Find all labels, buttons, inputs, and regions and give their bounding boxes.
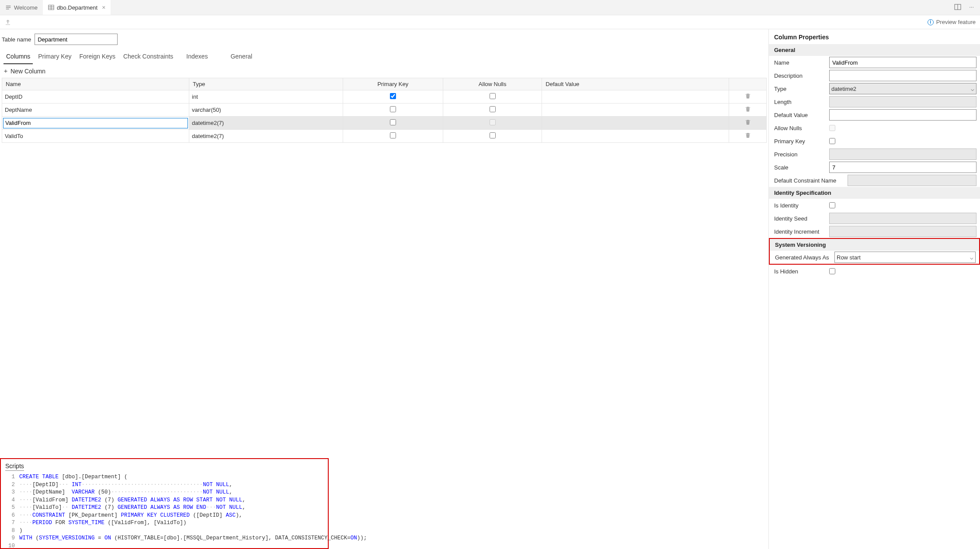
trash-icon[interactable] xyxy=(745,132,751,138)
prop-allow-nulls-checkbox xyxy=(829,125,835,131)
col-header-name[interactable]: Name xyxy=(2,78,189,90)
cell-nulls-checkbox xyxy=(490,119,496,125)
chevron-down-icon: ⌵ xyxy=(971,86,974,92)
cell-pk-checkbox[interactable] xyxy=(390,132,396,138)
cell-pk-checkbox[interactable] xyxy=(390,119,396,125)
close-icon[interactable]: × xyxy=(102,4,105,11)
prop-length-label: Length xyxy=(774,99,826,105)
cell-default[interactable] xyxy=(542,104,729,117)
prop-name-input[interactable] xyxy=(829,57,977,68)
chevron-down-icon: ⌵ xyxy=(970,254,973,261)
col-header-nulls[interactable]: Allow Nulls xyxy=(443,78,542,90)
prop-type-label: Type xyxy=(774,86,826,92)
tab-dbo-department[interactable]: dbo.Department × xyxy=(43,0,111,15)
table-name-input[interactable] xyxy=(35,34,118,45)
prop-type-select[interactable]: datetime2 ⌵ xyxy=(829,83,977,94)
prop-scale-label: Scale xyxy=(774,164,826,171)
prop-default-input[interactable] xyxy=(829,109,977,121)
trash-icon[interactable] xyxy=(745,93,751,99)
columns-grid: Name Type Primary Key Allow Nulls Defaul… xyxy=(2,78,767,143)
cell-name[interactable]: DeptID xyxy=(2,90,189,104)
designer-section-tabs: Columns Primary Key Foreign Keys Check C… xyxy=(2,50,767,64)
prop-dcn-label: Default Constraint Name xyxy=(774,177,844,184)
section-general: General xyxy=(769,44,980,56)
cell-type[interactable]: datetime2(7) xyxy=(189,130,343,143)
cell-pk-checkbox[interactable] xyxy=(390,93,396,99)
new-column-label: New Column xyxy=(10,68,45,75)
new-column-button[interactable]: ＋ New Column xyxy=(0,64,768,78)
table-row[interactable]: DeptName varchar(50) xyxy=(2,104,767,117)
col-header-type[interactable]: Type xyxy=(189,78,343,90)
cell-nulls-checkbox[interactable] xyxy=(490,106,496,112)
col-header-pk[interactable]: Primary Key xyxy=(343,78,443,90)
prop-name-label: Name xyxy=(774,59,826,66)
table-row[interactable]: datetime2(7) xyxy=(2,117,767,130)
tab-general[interactable]: General xyxy=(228,50,255,64)
prop-allow-nulls-label: Allow Nulls xyxy=(774,125,826,131)
prop-is-identity-label: Is Identity xyxy=(774,202,826,209)
prop-seed-input xyxy=(829,213,977,224)
prop-is-identity-checkbox[interactable] xyxy=(829,202,835,208)
prop-incr-label: Identity Increment xyxy=(774,228,826,235)
prop-precision-input xyxy=(829,148,977,160)
preview-feature-label: Preview feature xyxy=(936,19,976,25)
prop-desc-input[interactable] xyxy=(829,70,977,81)
trash-icon[interactable] xyxy=(745,106,751,112)
prop-default-label: Default Value xyxy=(774,112,826,118)
cell-default[interactable] xyxy=(542,130,729,143)
table-row[interactable]: ValidTo datetime2(7) xyxy=(2,130,767,143)
tab-foreign-keys[interactable]: Foreign Keys xyxy=(76,50,118,64)
prop-incr-input xyxy=(829,226,977,237)
cell-name-input[interactable] xyxy=(3,118,188,128)
cell-pk-checkbox[interactable] xyxy=(390,106,396,112)
more-actions-icon[interactable]: ··· xyxy=(967,3,976,13)
table-icon xyxy=(48,4,54,10)
tab-check-constraints[interactable]: Check Constraints xyxy=(121,50,176,64)
section-versioning: System Versioning xyxy=(770,239,979,251)
prop-scale-input[interactable] xyxy=(829,162,977,173)
prop-pk-label: Primary Key xyxy=(774,138,826,145)
cell-nulls-checkbox[interactable] xyxy=(490,93,496,99)
cell-name[interactable]: DeptName xyxy=(2,104,189,117)
cell-name[interactable]: ValidTo xyxy=(2,130,189,143)
tab-primary-key[interactable]: Primary Key xyxy=(35,50,74,64)
column-properties-panel: Column Properties General Name Descripti… xyxy=(768,29,980,549)
cell-default[interactable] xyxy=(542,90,729,104)
publish-icon[interactable] xyxy=(4,19,11,26)
prop-desc-label: Description xyxy=(774,73,826,79)
props-title: Column Properties xyxy=(769,29,980,44)
prop-hidden-label: Is Hidden xyxy=(774,268,826,275)
table-name-label: Table name xyxy=(2,36,31,43)
scripts-pane: Scripts 1CREATE TABLE [dbo].[Department]… xyxy=(0,458,329,549)
tab-welcome[interactable]: Welcome xyxy=(0,0,43,15)
plus-icon: ＋ xyxy=(3,67,9,75)
editor-tab-bar: Welcome dbo.Department × ··· xyxy=(0,0,980,15)
prop-seed-label: Identity Seed xyxy=(774,215,826,222)
scripts-title: Scripts xyxy=(5,463,24,471)
trash-icon[interactable] xyxy=(745,119,751,125)
welcome-icon xyxy=(5,4,11,10)
tab-label: Welcome xyxy=(14,4,38,11)
prop-precision-label: Precision xyxy=(774,151,826,158)
section-identity: Identity Specification xyxy=(769,187,980,199)
cell-default[interactable] xyxy=(542,117,729,130)
prop-dcn-input xyxy=(848,175,977,186)
split-editor-icon[interactable] xyxy=(952,3,963,13)
prop-generated-label: Generated Always As xyxy=(775,254,831,261)
cell-type[interactable]: varchar(50) xyxy=(189,104,343,117)
cell-type[interactable]: int xyxy=(189,90,343,104)
prop-pk-checkbox[interactable] xyxy=(829,138,835,144)
cell-nulls-checkbox[interactable] xyxy=(490,132,496,138)
scripts-code[interactable]: 1CREATE TABLE [dbo].[Department] ( 2····… xyxy=(5,473,323,549)
tab-indexes[interactable]: Indexes xyxy=(184,50,210,64)
table-row[interactable]: DeptID int xyxy=(2,90,767,104)
prop-hidden-checkbox[interactable] xyxy=(829,268,835,274)
tab-label: dbo.Department xyxy=(57,4,97,11)
tab-columns[interactable]: Columns xyxy=(3,50,33,64)
info-icon: i xyxy=(928,19,934,25)
cell-type[interactable]: datetime2(7) xyxy=(189,117,343,130)
col-header-default[interactable]: Default Value xyxy=(542,78,729,90)
prop-length-input xyxy=(829,96,977,107)
prop-generated-select[interactable]: Row start ⌵ xyxy=(834,252,976,263)
designer-toolbar: i Preview feature xyxy=(0,15,980,29)
